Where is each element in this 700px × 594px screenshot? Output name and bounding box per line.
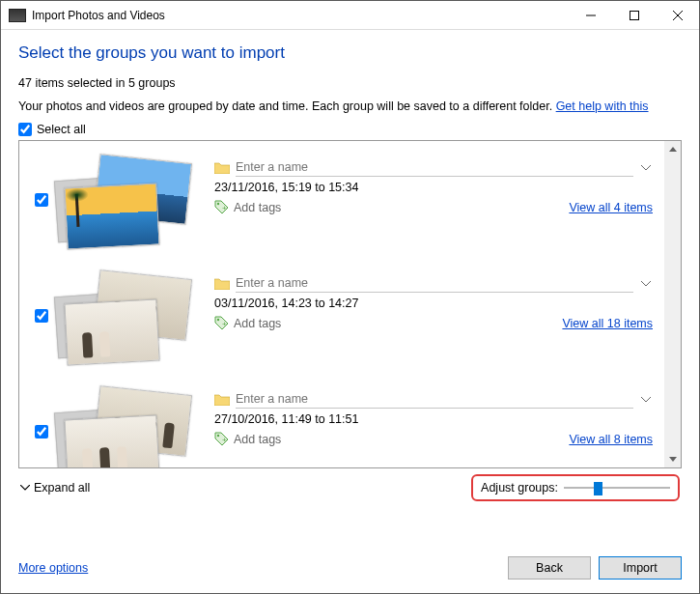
add-tags-label: Add tags bbox=[234, 317, 281, 330]
minimize-icon bbox=[586, 11, 596, 20]
svg-marker-11 bbox=[669, 457, 677, 462]
footer: More options Back Import bbox=[18, 547, 682, 583]
add-tags-button[interactable]: + Add tags bbox=[214, 200, 281, 214]
group-checkbox[interactable] bbox=[35, 425, 48, 438]
group-meta: 23/11/2016, 15:19 to 15:34 + Add tags Vi… bbox=[201, 158, 653, 214]
scroll-down-button[interactable] bbox=[664, 451, 681, 467]
folder-icon bbox=[214, 393, 230, 406]
import-button[interactable]: Import bbox=[599, 556, 682, 580]
svg-text:+: + bbox=[222, 204, 227, 212]
chevron-down-icon bbox=[641, 165, 651, 171]
thumbnail-stack[interactable] bbox=[56, 158, 201, 245]
svg-point-6 bbox=[217, 319, 219, 321]
button-row: Back Import bbox=[508, 556, 682, 580]
folder-icon bbox=[214, 161, 230, 174]
maximize-button[interactable] bbox=[612, 2, 656, 29]
group-name-input[interactable] bbox=[236, 274, 633, 293]
list-footer-row: Expand all Adjust groups: bbox=[18, 468, 682, 505]
adjust-groups-slider[interactable] bbox=[564, 480, 670, 495]
select-all-row[interactable]: Select all bbox=[18, 123, 682, 136]
chevron-down-icon bbox=[20, 485, 30, 491]
description-text: Your photos and videos are grouped by da… bbox=[18, 99, 552, 113]
groups-list-inner: 23/11/2016, 15:19 to 15:34 + Add tags Vi… bbox=[19, 141, 664, 467]
adjust-groups-label: Adjust groups: bbox=[481, 481, 558, 495]
group-date-range: 23/11/2016, 15:19 to 15:34 bbox=[214, 181, 653, 194]
back-button[interactable]: Back bbox=[508, 556, 591, 580]
page-title: Select the groups you want to import bbox=[18, 43, 682, 63]
group-date-range: 03/11/2016, 14:23 to 14:27 bbox=[214, 297, 653, 310]
group-date-range: 27/10/2016, 11:49 to 11:51 bbox=[214, 412, 653, 426]
content-area: Select the groups you want to import 47 … bbox=[1, 30, 699, 593]
group-expand-toggle[interactable] bbox=[639, 277, 653, 291]
app-icon bbox=[9, 9, 26, 22]
titlebar: Import Photos and Videos bbox=[1, 1, 699, 30]
group-item: 27/10/2016, 11:49 to 11:51 + Add tags Vi… bbox=[31, 381, 653, 467]
chevron-up-icon bbox=[669, 147, 677, 152]
window-title: Import Photos and Videos bbox=[32, 9, 569, 22]
close-button[interactable] bbox=[656, 2, 699, 29]
svg-marker-10 bbox=[669, 147, 677, 152]
group-checkbox[interactable] bbox=[35, 193, 48, 207]
help-link[interactable]: Get help with this bbox=[556, 99, 649, 113]
folder-icon bbox=[214, 277, 230, 290]
group-tags-row: + Add tags View all 4 items bbox=[214, 200, 653, 214]
groups-description: Your photos and videos are grouped by da… bbox=[18, 99, 682, 113]
tag-icon: + bbox=[214, 200, 229, 214]
group-tags-row: + Add tags View all 8 items bbox=[214, 432, 653, 446]
tag-icon: + bbox=[214, 432, 229, 446]
group-item: 23/11/2016, 15:19 to 15:34 + Add tags Vi… bbox=[31, 149, 653, 265]
scroll-up-button[interactable] bbox=[664, 141, 681, 157]
group-expand-toggle[interactable] bbox=[639, 161, 653, 175]
add-tags-button[interactable]: + Add tags bbox=[214, 316, 281, 330]
view-all-link[interactable]: View all 4 items bbox=[569, 201, 653, 214]
group-name-input[interactable] bbox=[236, 158, 633, 177]
thumbnail-stack[interactable] bbox=[56, 274, 201, 361]
group-name-row bbox=[214, 390, 653, 409]
svg-text:+: + bbox=[222, 436, 227, 444]
thumbnail bbox=[64, 415, 159, 467]
svg-point-4 bbox=[217, 203, 219, 205]
scrollbar[interactable] bbox=[664, 141, 681, 467]
group-expand-toggle[interactable] bbox=[639, 393, 653, 407]
add-tags-label: Add tags bbox=[234, 433, 281, 446]
group-checkbox[interactable] bbox=[35, 309, 48, 323]
svg-rect-1 bbox=[630, 11, 638, 19]
groups-list: 23/11/2016, 15:19 to 15:34 + Add tags Vi… bbox=[18, 140, 682, 468]
maximize-icon bbox=[630, 11, 639, 20]
thumbnail bbox=[64, 184, 159, 250]
chevron-down-icon bbox=[641, 397, 651, 403]
minimize-button[interactable] bbox=[569, 2, 612, 29]
import-photos-window: Import Photos and Videos Select the grou… bbox=[0, 0, 700, 594]
scroll-track[interactable] bbox=[664, 157, 681, 451]
expand-all-label: Expand all bbox=[34, 481, 90, 495]
group-name-row bbox=[214, 158, 653, 177]
thumbnail bbox=[64, 299, 159, 366]
group-name-input[interactable] bbox=[236, 390, 633, 409]
group-meta: 27/10/2016, 11:49 to 11:51 + Add tags Vi… bbox=[201, 390, 653, 446]
tag-icon: + bbox=[214, 316, 229, 330]
view-all-link[interactable]: View all 8 items bbox=[569, 433, 653, 446]
group-meta: 03/11/2016, 14:23 to 14:27 + Add tags Vi… bbox=[201, 274, 653, 330]
add-tags-label: Add tags bbox=[234, 201, 281, 214]
view-all-link[interactable]: View all 18 items bbox=[562, 317, 653, 330]
chevron-down-icon bbox=[669, 457, 677, 462]
adjust-groups-control: Adjust groups: bbox=[471, 474, 680, 501]
select-all-label: Select all bbox=[37, 123, 86, 136]
add-tags-button[interactable]: + Add tags bbox=[214, 432, 281, 446]
group-name-row bbox=[214, 274, 653, 293]
chevron-down-icon bbox=[641, 281, 651, 287]
svg-text:+: + bbox=[222, 320, 227, 328]
thumbnail-stack[interactable] bbox=[56, 390, 201, 467]
svg-point-8 bbox=[217, 435, 219, 437]
close-icon bbox=[673, 11, 683, 20]
selection-summary: 47 items selected in 5 groups bbox=[18, 76, 682, 90]
group-tags-row: + Add tags View all 18 items bbox=[214, 316, 653, 330]
expand-all-button[interactable]: Expand all bbox=[20, 481, 90, 495]
group-item: 03/11/2016, 14:23 to 14:27 + Add tags Vi… bbox=[31, 265, 653, 381]
slider-track bbox=[564, 487, 670, 489]
select-all-checkbox[interactable] bbox=[18, 123, 32, 136]
slider-thumb[interactable] bbox=[594, 482, 602, 495]
more-options-link[interactable]: More options bbox=[18, 561, 88, 575]
